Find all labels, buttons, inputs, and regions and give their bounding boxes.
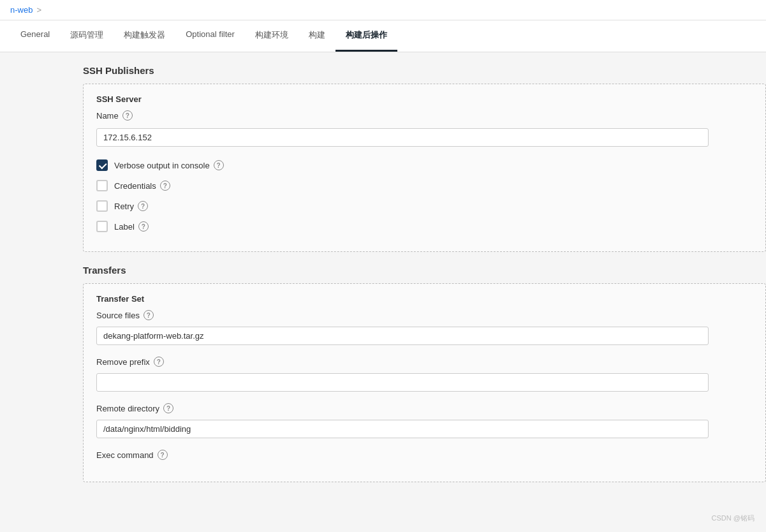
credentials-checkbox-wrapper[interactable] bbox=[96, 180, 108, 191]
retry-label: Retry bbox=[114, 202, 134, 211]
main-content: SSH Publishers SSH Server Name ? Verbose… bbox=[0, 52, 766, 532]
source-files-help-icon[interactable]: ? bbox=[144, 310, 154, 320]
tab-build-trigger[interactable]: 构建触发器 bbox=[114, 20, 175, 52]
label-checkbox-wrapper[interactable] bbox=[96, 221, 108, 232]
remote-directory-label: Remote directory bbox=[96, 404, 159, 413]
remote-directory-help-icon[interactable]: ? bbox=[163, 403, 173, 413]
verbose-help-icon[interactable]: ? bbox=[214, 160, 224, 170]
label-help-icon[interactable]: ? bbox=[138, 221, 149, 232]
tab-build-env[interactable]: 构建环境 bbox=[245, 20, 298, 52]
tab-post-build[interactable]: 构建后操作 bbox=[335, 20, 397, 52]
ssh-server-title: SSH Server bbox=[96, 94, 753, 104]
tab-source-mgmt[interactable]: 源码管理 bbox=[60, 20, 114, 52]
breadcrumb-item[interactable]: n-web bbox=[10, 5, 33, 15]
breadcrumb: n-web > bbox=[0, 0, 766, 20]
exec-command-help-icon[interactable]: ? bbox=[158, 450, 168, 460]
source-files-input[interactable] bbox=[96, 327, 709, 345]
retry-row: Retry ? bbox=[96, 200, 753, 212]
watermark: CSDN @铭码 bbox=[712, 514, 755, 523]
retry-checkbox-wrapper[interactable] bbox=[96, 200, 108, 212]
name-input[interactable] bbox=[96, 128, 709, 147]
remove-prefix-group: Remove prefix ? bbox=[96, 357, 753, 392]
exec-command-label-row: Exec command ? bbox=[96, 450, 753, 460]
remove-prefix-input[interactable] bbox=[96, 373, 709, 392]
source-files-label: Source files bbox=[96, 311, 140, 320]
transfers-title: Transfers bbox=[83, 265, 766, 276]
exec-command-group: Exec command ? bbox=[96, 450, 753, 460]
credentials-help-icon[interactable]: ? bbox=[160, 181, 170, 191]
exec-command-label: Exec command bbox=[96, 450, 154, 460]
retry-help-icon[interactable]: ? bbox=[138, 201, 148, 211]
breadcrumb-separator: > bbox=[36, 5, 41, 15]
transfers-box: Transfer Set Source files ? Remove prefi… bbox=[83, 283, 766, 482]
tab-build[interactable]: 构建 bbox=[298, 20, 335, 52]
remote-directory-input[interactable] bbox=[96, 420, 709, 438]
ssh-publishers-title: SSH Publishers bbox=[83, 65, 766, 76]
credentials-label: Credentials bbox=[114, 181, 156, 191]
source-files-group: Source files ? bbox=[96, 310, 753, 345]
transfer-set-title: Transfer Set bbox=[96, 294, 753, 304]
source-files-label-row: Source files ? bbox=[96, 310, 753, 320]
tab-optional-filter[interactable]: Optional filter bbox=[175, 20, 245, 52]
tab-general[interactable]: General bbox=[10, 20, 60, 52]
remove-prefix-help-icon[interactable]: ? bbox=[154, 357, 164, 367]
remote-directory-group: Remote directory ? bbox=[96, 403, 753, 438]
remove-prefix-label-row: Remove prefix ? bbox=[96, 357, 753, 367]
remove-prefix-label: Remove prefix bbox=[96, 357, 150, 367]
ssh-publishers-box: SSH Server Name ? Verbose output in cons… bbox=[83, 84, 766, 252]
verbose-row: Verbose output in console ? bbox=[96, 159, 753, 171]
label-label: Label bbox=[114, 222, 135, 232]
verbose-label: Verbose output in console bbox=[114, 161, 210, 170]
credentials-row: Credentials ? bbox=[96, 180, 753, 191]
name-field-row: Name ? bbox=[96, 110, 753, 121]
name-label: Name bbox=[96, 111, 119, 121]
label-row: Label ? bbox=[96, 221, 753, 232]
name-help-icon[interactable]: ? bbox=[122, 110, 133, 121]
tabs-bar: General 源码管理 构建触发器 Optional filter 构建环境 … bbox=[0, 20, 766, 52]
remote-directory-label-row: Remote directory ? bbox=[96, 403, 753, 413]
verbose-checkbox-wrapper[interactable] bbox=[96, 159, 108, 171]
